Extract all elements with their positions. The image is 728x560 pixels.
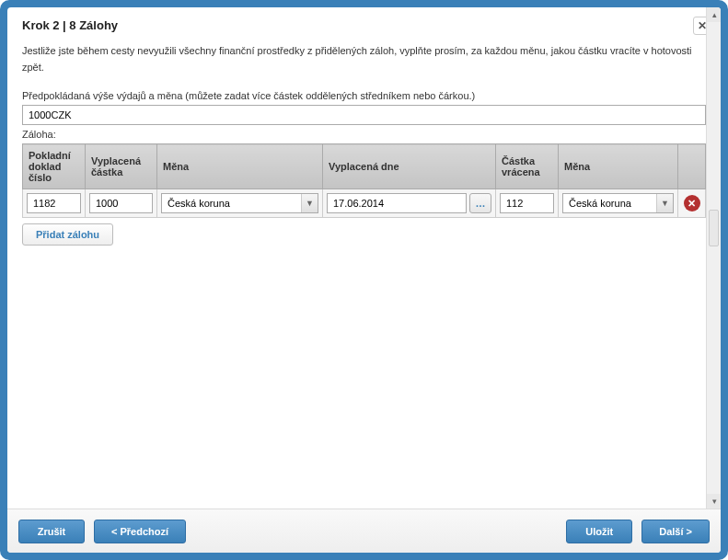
previous-button[interactable]: < Předchozí — [94, 520, 186, 543]
returned-amount-input[interactable] — [500, 193, 554, 213]
col-paid-date: Vyplacená dne — [323, 144, 496, 189]
expenses-label: Předpokládaná výše výdajů a měna (můžete… — [22, 90, 706, 101]
next-button[interactable]: Další > — [641, 520, 710, 543]
page-title: Krok 2 | 8 Zálohy — [22, 18, 706, 32]
currency-select-2[interactable]: ▼ — [562, 193, 674, 213]
add-advance-button[interactable]: Přidat zálohu — [22, 223, 113, 246]
currency-select-1[interactable]: ▼ — [161, 193, 318, 213]
modal-dialog: ✕ Krok 2 | 8 Zálohy Jestliže jste během … — [0, 0, 728, 560]
scroll-down-icon[interactable]: ▾ — [707, 494, 721, 509]
delete-icon: ✕ — [688, 198, 696, 210]
zaloha-label: Záloha: — [22, 129, 706, 140]
date-picker-button[interactable]: … — [469, 193, 491, 213]
col-currency-2: Měna — [559, 144, 678, 189]
chevron-down-icon: ▼ — [301, 194, 318, 212]
footer-bar: Zrušit < Předchozí Uložit Další > — [7, 509, 721, 553]
page-description: Jestliže jste během cesty nevyužili všec… — [22, 43, 706, 75]
paid-amount-input[interactable] — [89, 193, 153, 213]
paid-date-input[interactable] — [327, 193, 467, 213]
expenses-input[interactable] — [22, 105, 706, 125]
col-returned-amount: Částka vrácena — [496, 144, 559, 189]
save-button[interactable]: Uložit — [566, 520, 632, 543]
advances-table: Pokladní doklad číslo Vyplacená částka M… — [22, 143, 706, 246]
table-row: ▼ … — [23, 189, 706, 218]
dialog-content: Krok 2 | 8 Zálohy Jestliže jste během ce… — [7, 7, 721, 553]
ellipsis-icon: … — [476, 198, 486, 209]
chevron-down-icon: ▼ — [656, 194, 673, 212]
main-panel: Krok 2 | 8 Zálohy Jestliže jste během ce… — [7, 7, 721, 509]
cancel-button[interactable]: Zrušit — [18, 520, 85, 543]
scrollbar[interactable]: ▴ ▾ — [706, 7, 721, 509]
col-currency-1: Měna — [157, 144, 323, 189]
scroll-up-icon[interactable]: ▴ — [707, 7, 721, 22]
col-doc-number: Pokladní doklad číslo — [23, 144, 86, 189]
currency-1-value[interactable] — [161, 193, 318, 213]
table-header-row: Pokladní doklad číslo Vyplacená částka M… — [23, 144, 706, 189]
delete-row-button[interactable]: ✕ — [684, 195, 700, 211]
doc-number-input[interactable] — [27, 193, 81, 213]
scroll-thumb[interactable] — [709, 210, 719, 246]
col-paid-amount: Vyplacená částka — [86, 144, 157, 189]
col-actions — [678, 144, 706, 189]
